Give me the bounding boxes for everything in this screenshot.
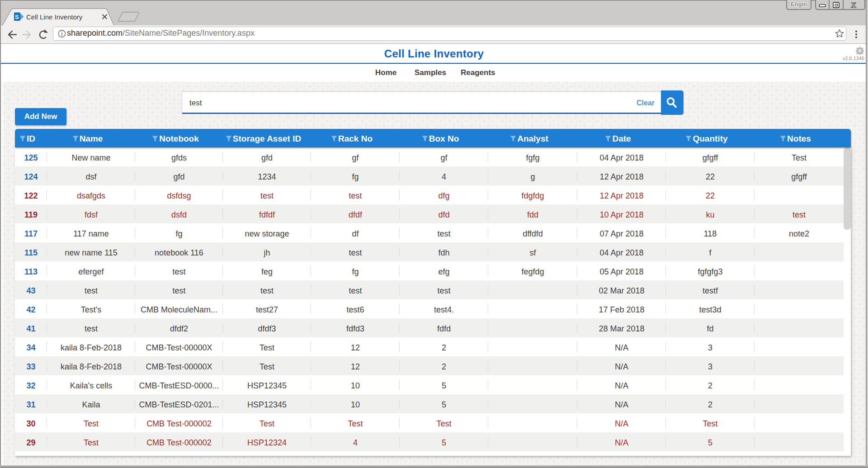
svg-text:X: X	[851, 1, 857, 9]
svg-text:S: S	[15, 14, 19, 20]
